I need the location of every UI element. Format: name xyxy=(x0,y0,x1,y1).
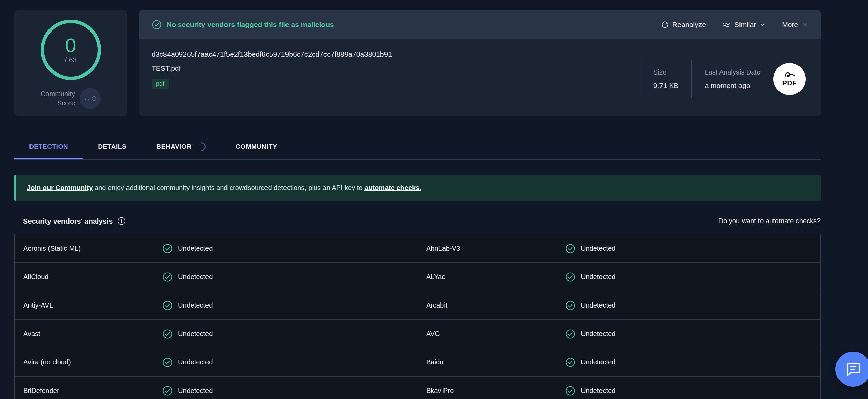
page: 0 / 63 Community Score ·· xyxy=(0,0,868,399)
chevron-down-icon xyxy=(802,21,808,28)
date-value: a moment ago xyxy=(705,82,761,90)
report-tabs: DETECTION DETAILS BEHAVIOR COMMUNITY xyxy=(14,134,821,160)
vendor-status: Undetected xyxy=(565,244,615,254)
analysis-title: Security vendors' analysis xyxy=(23,217,113,225)
file-info: d3c84a09265f7aac471f5e2f13bedf6c59719b6c… xyxy=(152,50,392,108)
vendor-cell: Acronis (Static ML) Undetected xyxy=(15,234,417,262)
vendor-name: AVG xyxy=(417,330,565,338)
chat-bubble-icon xyxy=(845,361,862,378)
status-label: Undetected xyxy=(581,330,615,338)
header-actions: Reanalyze Similar More xyxy=(661,21,808,29)
table-row: Acronis (Static ML) Undetected AhnLab-V3… xyxy=(15,234,820,263)
size-value: 9.71 KB xyxy=(653,82,679,90)
tab-community-label: COMMUNITY xyxy=(236,143,277,150)
vote-chevrons xyxy=(92,96,96,102)
vendor-name: Arcabit xyxy=(417,301,565,309)
undetected-check-icon xyxy=(565,272,575,282)
vendor-cell: Avast Undetected xyxy=(15,320,417,348)
vendor-status: Undetected xyxy=(162,272,213,282)
similar-button[interactable]: Similar xyxy=(722,21,766,29)
file-name: TEST.pdf xyxy=(152,64,392,72)
table-row: Antiy-AVL Undetected Arcabit Undetected xyxy=(15,291,820,320)
vendor-cell: Bkav Pro Undetected xyxy=(417,377,820,399)
status-label: Undetected xyxy=(581,245,615,252)
vendor-name: Avira (no cloud) xyxy=(15,358,162,366)
vendor-cell: ALYac Undetected xyxy=(417,263,820,291)
vendor-name: Avast xyxy=(15,330,162,338)
size-label: Size xyxy=(653,68,679,76)
status-label: Undetected xyxy=(178,273,213,281)
status-label: Undetected xyxy=(581,358,615,366)
report-header: No security vendors flagged this file as… xyxy=(139,10,821,39)
reanalyze-button[interactable]: Reanalyze xyxy=(661,21,706,29)
similar-label: Similar xyxy=(734,21,756,29)
file-size: Size 9.71 KB xyxy=(653,68,679,90)
status-label: Undetected xyxy=(178,387,213,395)
community-vote-widget[interactable]: ·· xyxy=(80,88,101,109)
table-row: BitDefender Undetected Bkav Pro Undetect… xyxy=(15,377,820,399)
top-section: 0 / 63 Community Score ·· xyxy=(14,10,821,116)
file-report-card: No security vendors flagged this file as… xyxy=(139,10,821,116)
tab-community[interactable]: COMMUNITY xyxy=(221,134,292,159)
more-button[interactable]: More xyxy=(782,21,808,29)
vendor-status: Undetected xyxy=(565,386,615,396)
reanalyze-icon xyxy=(661,21,669,29)
vendor-cell: Avira (no cloud) Undetected xyxy=(15,348,417,376)
vote-down-icon[interactable] xyxy=(92,99,96,102)
filetype-tag[interactable]: pdf xyxy=(152,79,169,89)
check-circle-icon xyxy=(152,20,162,30)
undetected-check-icon xyxy=(565,300,575,311)
community-banner: Join our Community and enjoy additional … xyxy=(14,175,821,201)
undetected-check-icon xyxy=(565,329,575,339)
vendor-status: Undetected xyxy=(162,329,213,339)
vendor-name: AliCloud xyxy=(15,273,162,281)
table-row: AliCloud Undetected ALYac Undetected xyxy=(15,263,820,291)
score-value: 0 xyxy=(65,36,76,55)
join-community-link[interactable]: Join our Community xyxy=(27,184,93,191)
vote-up-icon[interactable] xyxy=(92,96,96,98)
tab-behavior[interactable]: BEHAVIOR xyxy=(141,134,221,159)
analysis-header: Security vendors' analysis Do you want t… xyxy=(14,217,821,225)
file-hash[interactable]: d3c84a09265f7aac471f5e2f13bedf6c59719b6c… xyxy=(152,50,392,58)
undetected-check-icon xyxy=(162,272,173,282)
tab-details[interactable]: DETAILS xyxy=(83,134,141,159)
banner-text: and enjoy additional community insights … xyxy=(93,184,364,191)
info-icon[interactable] xyxy=(117,217,126,225)
automate-checks-prompt[interactable]: Do you want to automate checks? xyxy=(718,217,821,225)
status-label: Undetected xyxy=(178,301,213,309)
undetected-check-icon xyxy=(565,244,575,254)
undetected-check-icon xyxy=(162,329,173,339)
divider xyxy=(691,60,692,98)
report-body: d3c84a09265f7aac471f5e2f13bedf6c59719b6c… xyxy=(139,39,821,116)
vote-dots-icon: ·· xyxy=(84,95,90,103)
tab-detection-label: DETECTION xyxy=(29,143,68,150)
community-score-label-line1: Community xyxy=(41,89,75,99)
tab-detection[interactable]: DETECTION xyxy=(14,134,83,159)
status-label: Undetected xyxy=(581,387,615,395)
vendor-cell: Antiy-AVL Undetected xyxy=(15,291,417,319)
vendor-cell: AliCloud Undetected xyxy=(15,263,417,291)
vendor-name: Baidu xyxy=(417,358,565,366)
tab-behavior-label: BEHAVIOR xyxy=(156,143,192,150)
vendor-name: Acronis (Static ML) xyxy=(15,245,162,252)
vendor-status: Undetected xyxy=(162,357,213,368)
chat-button[interactable] xyxy=(835,352,868,387)
status-label: Undetected xyxy=(178,245,213,252)
tab-details-label: DETAILS xyxy=(98,143,126,150)
community-score-label: Community Score xyxy=(41,89,75,108)
vendor-name: Bkav Pro xyxy=(417,387,565,395)
vendor-status: Undetected xyxy=(565,272,615,282)
undetected-check-icon xyxy=(565,357,575,368)
vendor-status: Undetected xyxy=(565,329,615,339)
vendor-status: Undetected xyxy=(162,244,213,254)
score-text: 0 / 63 xyxy=(39,18,103,82)
automate-checks-link[interactable]: automate checks. xyxy=(364,184,421,191)
vendor-name: Antiy-AVL xyxy=(15,301,162,309)
vendor-status: Undetected xyxy=(162,300,213,311)
analysis-title-group: Security vendors' analysis xyxy=(14,217,126,225)
vendor-status: Undetected xyxy=(565,357,615,368)
undetected-check-icon xyxy=(162,386,173,396)
community-score-row: Community Score ·· xyxy=(22,88,120,109)
behavior-loading-spinner-icon xyxy=(195,141,208,153)
vendor-name: BitDefender xyxy=(15,387,162,395)
